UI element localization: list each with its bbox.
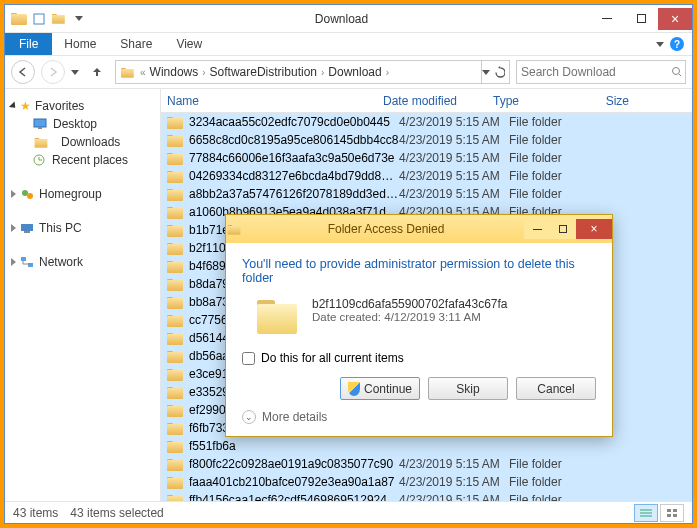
folder-icon — [167, 440, 183, 453]
help-icon[interactable]: ? — [670, 37, 684, 51]
minimize-button[interactable] — [590, 8, 624, 30]
file-type: File folder — [509, 151, 589, 165]
up-button[interactable] — [85, 60, 109, 84]
folder-icon — [167, 314, 183, 327]
breadcrumb-item[interactable]: Download — [328, 65, 381, 79]
dialog-maximize-button[interactable] — [550, 219, 576, 239]
skip-button[interactable]: Skip — [428, 377, 508, 400]
table-row[interactable]: f800fc22c0928ae0191a9c0835077c904/23/201… — [161, 455, 692, 473]
chevron-down-icon: ⌄ — [242, 410, 256, 424]
folder-icon — [167, 350, 183, 363]
folder-icon — [167, 116, 183, 129]
file-modified: 4/23/2019 5:15 AM — [399, 187, 509, 201]
search-icon — [671, 66, 681, 79]
file-type: File folder — [509, 187, 589, 201]
nav-downloads[interactable]: Downloads — [9, 133, 156, 151]
more-details-toggle[interactable]: ⌄ More details — [242, 410, 596, 424]
file-tab[interactable]: File — [5, 33, 52, 55]
folder-icon — [167, 386, 183, 399]
continue-button[interactable]: Continue — [340, 377, 420, 400]
dialog-close-button[interactable]: × — [576, 219, 612, 239]
folder-large-icon — [254, 297, 300, 337]
file-modified: 4/23/2019 5:15 AM — [399, 133, 509, 147]
qat-dropdown-icon[interactable] — [71, 11, 87, 27]
history-dropdown-icon[interactable] — [71, 70, 79, 75]
file-modified: 4/23/2019 5:15 AM — [399, 457, 509, 471]
table-row[interactable]: f551fb6a — [161, 437, 692, 455]
qat-newfolder-icon[interactable] — [51, 11, 67, 27]
do-all-checkbox-row[interactable]: Do this for all current items — [242, 351, 596, 365]
folder-icon — [167, 242, 183, 255]
file-name: 77884c66006e16f3aafa3c9a50e6d73e — [189, 151, 399, 165]
back-button[interactable] — [11, 60, 35, 84]
expand-icon[interactable] — [11, 224, 16, 232]
col-modified[interactable]: Date modified — [383, 94, 493, 108]
breadcrumb-item[interactable]: Windows — [150, 65, 199, 79]
thispc-item[interactable]: This PC — [9, 219, 156, 237]
folder-icon — [120, 66, 136, 79]
chevron-right-icon[interactable]: › — [384, 67, 391, 78]
svg-point-1 — [673, 67, 680, 74]
folder-icon — [167, 188, 183, 201]
col-name[interactable]: Name — [167, 94, 383, 108]
table-row[interactable]: 04269334cd83127e6bcda4bd79dd847a4/23/201… — [161, 167, 692, 185]
svg-rect-18 — [673, 514, 677, 517]
nav-recent[interactable]: Recent places — [9, 151, 156, 169]
pc-icon — [20, 222, 35, 235]
svg-line-2 — [679, 74, 681, 77]
search-input[interactable] — [521, 65, 671, 79]
home-tab[interactable]: Home — [52, 33, 108, 55]
col-size[interactable]: Size — [573, 94, 629, 108]
dialog-folder-info: b2f1109cd6afa55900702fafa43c67fa Date cr… — [254, 297, 596, 337]
file-name: 3234acaa55c02edfc7079cd0e0b0445 — [189, 115, 399, 129]
search-box[interactable] — [516, 60, 686, 84]
forward-button[interactable] — [41, 60, 65, 84]
qat-properties-icon[interactable] — [31, 11, 47, 27]
file-type: File folder — [509, 457, 589, 471]
file-name: a8bb2a37a57476126f2078189dd3ed6e — [189, 187, 399, 201]
table-row[interactable]: 77884c66006e16f3aafa3c9a50e6d73e4/23/201… — [161, 149, 692, 167]
icons-view-button[interactable] — [660, 504, 684, 522]
expand-icon[interactable] — [11, 258, 16, 266]
chevron-right-icon[interactable]: › — [200, 67, 207, 78]
close-button[interactable]: × — [658, 8, 692, 30]
view-tab[interactable]: View — [164, 33, 214, 55]
table-row[interactable]: a8bb2a37a57476126f2078189dd3ed6e4/23/201… — [161, 185, 692, 203]
table-row[interactable]: faaa401cb210bafce0792e3ea90a1a874/23/201… — [161, 473, 692, 491]
svg-rect-16 — [673, 509, 677, 512]
favorites-group[interactable]: ★ Favorites — [9, 97, 156, 115]
selection-count: 43 items selected — [70, 506, 163, 520]
cancel-button[interactable]: Cancel — [516, 377, 596, 400]
col-type[interactable]: Type — [493, 94, 573, 108]
folder-app-icon — [11, 11, 27, 27]
svg-rect-10 — [21, 257, 26, 261]
homegroup-item[interactable]: Homegroup — [9, 185, 156, 203]
do-all-checkbox[interactable] — [242, 352, 255, 365]
share-tab[interactable]: Share — [108, 33, 164, 55]
chevron-left-icon[interactable]: « — [138, 67, 148, 78]
table-row[interactable]: 6658c8cd0c8195a95ce806145dbb4cc84/23/201… — [161, 131, 692, 149]
chevron-right-icon[interactable]: › — [319, 67, 326, 78]
folder-icon — [167, 404, 183, 417]
ribbon-expand-icon[interactable] — [656, 42, 664, 47]
maximize-button[interactable] — [624, 8, 658, 30]
breadcrumb-item[interactable]: SoftwareDistribution — [210, 65, 317, 79]
table-row[interactable]: 3234acaa55c02edfc7079cd0e0b04454/23/2019… — [161, 113, 692, 131]
network-item[interactable]: Network — [9, 253, 156, 271]
breadcrumb[interactable]: « Windows › SoftwareDistribution › Downl… — [115, 60, 510, 84]
refresh-button[interactable] — [481, 60, 505, 84]
folder-icon — [167, 476, 183, 489]
svg-rect-4 — [38, 127, 42, 129]
folder-icon — [167, 206, 183, 219]
dialog-titlebar[interactable]: Folder Access Denied × — [226, 215, 612, 243]
file-name: faaa401cb210bafce0792e3ea90a1a87 — [189, 475, 399, 489]
uac-shield-icon — [348, 382, 360, 396]
table-row[interactable]: ffb4156caa1ecf62cdf54698695129244/23/201… — [161, 491, 692, 501]
expand-icon[interactable] — [9, 101, 18, 110]
dialog-minimize-button[interactable] — [524, 219, 550, 239]
expand-icon[interactable] — [11, 190, 16, 198]
details-view-button[interactable] — [634, 504, 658, 522]
nav-desktop[interactable]: Desktop — [9, 115, 156, 133]
nav-pane: ★ Favorites Desktop Downloads Recent pla… — [5, 89, 161, 501]
file-modified: 4/23/2019 5:15 AM — [399, 115, 509, 129]
